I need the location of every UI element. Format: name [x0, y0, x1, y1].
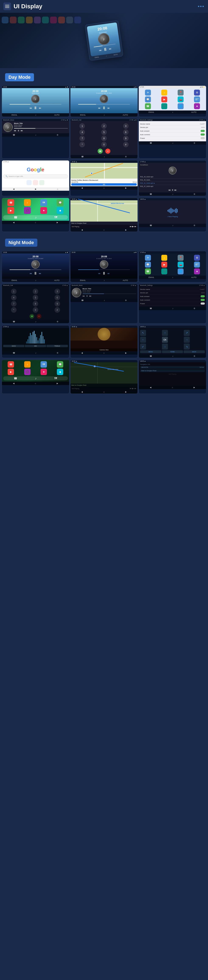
key-7[interactable]: 7 [79, 135, 85, 141]
iphone-app1[interactable]: ★ [40, 207, 47, 214]
app-extra[interactable]: ★ [194, 103, 200, 109]
key-5[interactable]: 5 [101, 129, 107, 135]
night-key-9[interactable]: 9 [55, 301, 60, 307]
night-call-btn[interactable]: ☎ [30, 314, 34, 319]
night-iphone-phone[interactable]: ☎ [8, 361, 14, 368]
key-2[interactable]: 2 [101, 123, 107, 129]
night-key-7[interactable]: 7 [11, 301, 17, 307]
nav-up-right[interactable]: ↗ [184, 330, 190, 336]
night-auto-answer-toggle[interactable] [200, 295, 205, 298]
night-dock-phone[interactable]: ☎ [14, 377, 17, 380]
app-phone[interactable]: ☎ [145, 103, 151, 109]
iphone-yt[interactable]: ▶ [8, 207, 14, 214]
play-next[interactable]: ⏭ [175, 189, 176, 191]
eq-btn-1[interactable]: BASS [3, 345, 24, 347]
night-app-maps[interactable]: 📍 [178, 255, 184, 261]
key-6[interactable]: 6 [123, 129, 129, 135]
night-iphone-a2[interactable]: ◆ [57, 369, 63, 375]
night-app-ex[interactable]: ★ [194, 269, 200, 274]
iphone-pod[interactable]: 🎧 [24, 207, 31, 214]
func-3[interactable]: BACK [184, 350, 205, 353]
night-bt-prev[interactable]: ⏮ [83, 295, 85, 297]
night-key-5[interactable]: 5 [33, 295, 38, 300]
route-prev[interactable]: ⏮ [130, 226, 132, 228]
night-power-toggle[interactable] [200, 302, 205, 305]
key-0[interactable]: 0 [101, 142, 107, 147]
night-dock-maps[interactable]: 🗺 [54, 377, 57, 380]
night-map-prev[interactable]: ⏮ [130, 387, 132, 390]
key-8[interactable]: 8 [101, 135, 107, 141]
night-app-music[interactable]: ♪ [161, 255, 167, 261]
night-iphone-maps[interactable]: 🗺 [41, 361, 47, 368]
night-app-wechat[interactable]: 💬 [145, 262, 151, 267]
play-prev[interactable]: ⏮ [169, 189, 171, 191]
night-app-br[interactable]: 🌐 [178, 269, 184, 274]
key-1[interactable]: 1 [79, 123, 85, 129]
night-end-btn[interactable]: ✕ [37, 314, 41, 319]
night-key-8[interactable]: 8 [33, 301, 38, 307]
app-vehicle[interactable]: 🚗 [178, 96, 184, 102]
nav-center[interactable]: OK [162, 337, 168, 343]
night-key-hash[interactable]: # [55, 307, 60, 313]
night-map-next[interactable]: ⏭ [134, 387, 136, 390]
night-bt-play[interactable]: ⏸ [86, 295, 88, 297]
night-app-car[interactable]: 🚗 [178, 262, 184, 267]
night-map-play[interactable]: ▶ [132, 387, 134, 390]
night-iphone-music[interactable]: ♪ [24, 361, 31, 368]
app-maps[interactable]: 📍 [178, 90, 184, 95]
google-search-bar[interactable]: 🔍 Search or type URL [3, 174, 68, 178]
night-iphone-yt[interactable]: ▶ [8, 369, 14, 375]
eq-btn-2[interactable]: MID [25, 345, 46, 347]
night-app-phone[interactable]: ☎ [145, 269, 151, 274]
night-key-4[interactable]: 4 [11, 295, 17, 300]
night-app-sp[interactable]: 🎵 [161, 269, 167, 274]
night-key-1[interactable]: 1 [11, 289, 17, 294]
key-hash[interactable]: # [123, 142, 129, 147]
night-iphone-msg[interactable]: 💬 [57, 361, 63, 368]
night-key-3[interactable]: 3 [55, 289, 60, 294]
nav-right[interactable]: → [184, 337, 190, 343]
app-settings[interactable]: ⚙ [194, 90, 200, 95]
night-app-set[interactable]: ⚙ [194, 255, 200, 261]
app-spotify[interactable]: 🎵 [161, 103, 167, 109]
func-2[interactable]: HOME [162, 350, 183, 353]
night-iphone-a1[interactable]: ★ [41, 369, 47, 375]
go-button[interactable]: GO [71, 183, 137, 186]
nav-up[interactable]: ↑ [162, 330, 168, 336]
auto-connect-toggle[interactable] [200, 134, 205, 135]
nav-down[interactable]: ↓ [162, 344, 168, 350]
night-key-star[interactable]: * [11, 307, 17, 313]
key-3[interactable]: 3 [123, 123, 129, 129]
nav-down-right[interactable]: ↘ [184, 344, 190, 350]
app-bt[interactable]: BT [194, 96, 200, 102]
dock-music[interactable]: ♪ [35, 216, 36, 219]
iphone-music[interactable]: ♪ [24, 199, 31, 206]
dock-phone[interactable]: ☎ [14, 216, 17, 219]
night-app-bt[interactable]: BT [194, 262, 200, 267]
night-auto-connect-toggle[interactable] [200, 299, 205, 301]
iphone-phone[interactable]: ☎ [8, 199, 14, 206]
nav-left[interactable]: ← [140, 337, 146, 343]
call-btn[interactable]: ☎ [98, 149, 103, 154]
night-bt-next[interactable]: ⏭ [89, 295, 91, 297]
menu-button[interactable] [3, 3, 11, 10]
app-wechat[interactable]: 💬 [145, 96, 151, 102]
dock-maps[interactable]: 🗺 [54, 216, 57, 219]
shortcut-1[interactable] [27, 180, 32, 185]
func-1[interactable]: MENU [140, 350, 161, 353]
power-toggle[interactable] [200, 137, 205, 139]
auto-answer-toggle[interactable] [200, 130, 205, 132]
iphone-app2[interactable]: ◆ [57, 207, 63, 214]
eq-btn-3[interactable]: TREBLE [46, 345, 68, 347]
app-music[interactable]: ♪ [161, 90, 167, 95]
night-iphone-pod[interactable]: 🎧 [24, 369, 31, 375]
key-4[interactable]: 4 [79, 129, 85, 135]
iphone-maps[interactable]: 🗺 [40, 199, 47, 206]
play-pause[interactable]: ⏸ [172, 189, 173, 191]
shortcut-3[interactable] [39, 180, 44, 185]
night-key-2[interactable]: 2 [33, 289, 38, 294]
shortcut-2[interactable] [33, 180, 38, 185]
night-key-0[interactable]: 0 [33, 307, 38, 313]
app-browser[interactable]: 🌐 [178, 103, 184, 109]
key-star[interactable]: * [79, 142, 85, 147]
